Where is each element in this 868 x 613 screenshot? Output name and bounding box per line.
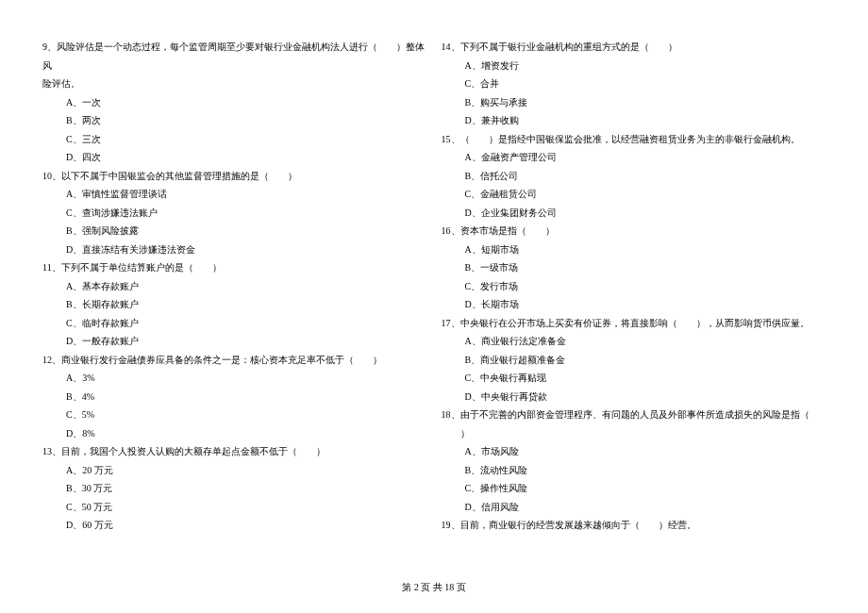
q18-option-b: B、流动性风险 (465, 461, 826, 480)
q18-text: 18、由于不完善的内部资金管理程序、有问题的人员及外部事件所造成损失的风险是指（… (442, 406, 826, 442)
question-17: 17、中央银行在公开市场上买卖有价证券，将直接影响（ ），从而影响货币供应量。 … (442, 314, 826, 406)
q12-option-c: C、5% (66, 406, 427, 424)
q10-post: ） (288, 171, 297, 181)
q16-options: A、短期市场 B、一级市场 C、发行市场 D、长期市场 (442, 240, 826, 314)
q19-post: ）经营。 (659, 520, 696, 530)
q10-option-d: D、直接冻结有关涉嫌违法资金 (66, 240, 427, 259)
q9-option-a: A、一次 (66, 93, 427, 112)
q12-text: 12、商业银行发行金融债券应具备的条件之一是：核心资本充足率不低于（ ） (42, 351, 427, 370)
q12-options: A、3% B、4% C、5% D、8% (42, 369, 427, 442)
q9-option-c: C、三次 (66, 130, 427, 149)
q14-text: 14、下列不属于银行业金融机构的重组方式的是（ ） (442, 38, 826, 57)
q15-option-d: D、企业集团财务公司 (465, 204, 826, 223)
q17-blank (677, 314, 696, 333)
question-11: 11、下列不属于单位结算账户的是（ ） A、基本存款账户 B、长期存款账户 C、… (42, 258, 427, 351)
q13-options: A、20 万元 B、30 万元 C、50 万元 D、60 万元 (42, 461, 427, 535)
q16-text: 16、资本市场是指（ ） (442, 222, 826, 240)
q13-text: 13、目前，我国个人投资人认购的大额存单起点金额不低于（ ） (42, 442, 427, 461)
q17-option-c: C、中央银行再贴现 (465, 369, 826, 388)
q12-post: ） (373, 355, 382, 365)
q16-option-c: C、发行市场 (465, 277, 826, 296)
question-16: 16、资本市场是指（ ） A、短期市场 B、一级市场 C、发行市场 D、长期市场 (442, 222, 826, 314)
q15-options: A、金融资产管理公司 B、信托公司 C、金融租赁公司 D、企业集团财务公司 (442, 148, 826, 222)
q18-blank (442, 424, 460, 443)
q16-option-b: B、一级市场 (465, 258, 826, 277)
question-18: 18、由于不完善的内部资金管理程序、有问题的人员及外部事件所造成损失的风险是指（… (442, 406, 826, 516)
left-column: 9、风险评估是一个动态过程，每个监管周期至少要对银行业金融机构法人进行（ ）整体… (42, 38, 427, 535)
question-15: 15、（ ）是指经中国银保监会批准，以经营融资租赁业务为主的非银行金融机构。 A… (442, 130, 826, 223)
q11-post: ） (212, 262, 222, 273)
q10-option-b: B、强制风险披露 (66, 222, 427, 240)
q12-option-d: D、8% (66, 424, 427, 443)
q10-blank (269, 167, 288, 186)
q10-text: 10、以下不属于中国银监会的其他监督管理措施的是（ ） (42, 167, 427, 186)
q13-pre: 13、目前，我国个人投资人认购的大额存单起点金额不低于（ (42, 446, 297, 456)
q15-option-a: A、金融资产管理公司 (465, 148, 826, 167)
q11-text: 11、下列不属于单位结算账户的是（ ） (42, 258, 427, 277)
q16-pre: 16、资本市场是指（ (442, 225, 526, 236)
q9-option-b: B、两次 (66, 111, 427, 130)
q9-blank (377, 38, 396, 57)
question-9: 9、风险评估是一个动态过程，每个监管周期至少要对银行业金融机构法人进行（ ）整体… (42, 38, 427, 167)
q16-option-a: A、短期市场 (465, 240, 826, 259)
question-14: 14、下列不属于银行业金融机构的重组方式的是（ ） A、增资发行 C、合并 B、… (442, 38, 826, 130)
question-12: 12、商业银行发行金融债券应具备的条件之一是：核心资本充足率不低于（ ） A、3… (42, 351, 427, 443)
q19-text: 19、目前，商业银行的经营发展越来越倾向于（ ）经营。 (442, 516, 826, 535)
right-column: 14、下列不属于银行业金融机构的重组方式的是（ ） A、增资发行 C、合并 B、… (442, 38, 826, 535)
q11-pre: 11、下列不属于单位结算账户的是（ (42, 262, 193, 273)
q18-option-d: D、信用风险 (465, 498, 826, 517)
q13-blank (297, 442, 316, 461)
q9-option-d: D、四次 (66, 148, 427, 167)
q11-blank (193, 258, 212, 277)
q9-line2: 险评估。 (42, 75, 427, 93)
q17-option-b: B、商业银行超额准备金 (465, 351, 826, 370)
q13-option-b: B、30 万元 (66, 479, 427, 498)
page-container: 9、风险评估是一个动态过程，每个监管周期至少要对银行业金融机构法人进行（ ）整体… (0, 0, 868, 563)
q15-option-c: C、金融租赁公司 (465, 185, 826, 204)
q14-option-d: D、兼并收购 (465, 111, 826, 130)
q15-blank (470, 130, 489, 149)
question-13: 13、目前，我国个人投资人认购的大额存单起点金额不低于（ ） A、20 万元 B… (42, 442, 427, 535)
question-19: 19、目前，商业银行的经营发展越来越倾向于（ ）经营。 (442, 516, 826, 535)
q15-text: 15、（ ）是指经中国银保监会批准，以经营融资租赁业务为主的非银行金融机构。 (442, 130, 826, 149)
q18-option-c: C、操作性风险 (465, 479, 826, 498)
q9-pre: 9、风险评估是一个动态过程，每个监管周期至少要对银行业金融机构法人进行（ (42, 41, 377, 52)
q11-options: A、基本存款账户 B、长期存款账户 C、临时存款账户 D、一般存款账户 (42, 277, 427, 351)
q10-pre: 10、以下不属于中国银监会的其他监督管理措施的是（ (42, 171, 269, 181)
q19-blank (640, 516, 659, 535)
q18-options: A、市场风险 B、流动性风险 C、操作性风险 D、信用风险 (442, 442, 826, 516)
q13-option-c: C、50 万元 (66, 498, 427, 517)
q14-options: A、增资发行 C、合并 B、购买与承接 D、兼并收购 (442, 57, 826, 130)
q14-option-c: C、合并 (465, 75, 826, 93)
q10-option-c: C、查询涉嫌违法账户 (66, 204, 427, 223)
q17-post: ），从而影响货币供应量。 (696, 318, 810, 328)
q17-options: A、商业银行法定准备金 B、商业银行超额准备金 C、中央银行再贴现 D、中央银行… (442, 332, 826, 406)
q14-option-a: A、增资发行 (465, 57, 826, 75)
q17-pre: 17、中央银行在公开市场上买卖有价证券，将直接影响（ (442, 318, 677, 328)
q11-option-b: B、长期存款账户 (66, 295, 427, 314)
q19-pre: 19、目前，商业银行的经营发展越来越倾向于（ (442, 520, 640, 530)
q12-blank (354, 351, 373, 370)
q14-post: ） (668, 41, 677, 52)
q17-option-a: A、商业银行法定准备金 (465, 332, 826, 351)
q12-option-b: B、4% (66, 388, 427, 406)
q10-options: A、审慎性监督管理谈话 C、查询涉嫌违法账户 B、强制风险披露 D、直接冻结有关… (42, 185, 427, 258)
q15-pre: 15、（ (442, 134, 470, 144)
q13-option-d: D、60 万元 (66, 516, 427, 535)
q11-option-a: A、基本存款账户 (66, 277, 427, 296)
question-text-line1: 9、风险评估是一个动态过程，每个监管周期至少要对银行业金融机构法人进行（ ）整体… (42, 38, 427, 75)
q14-option-b: B、购买与承接 (465, 93, 826, 112)
q16-option-d: D、长期市场 (465, 295, 826, 314)
q12-pre: 12、商业银行发行金融债券应具备的条件之一是：核心资本充足率不低于（ (42, 355, 354, 365)
question-10: 10、以下不属于中国银监会的其他监督管理措施的是（ ） A、审慎性监督管理谈话 … (42, 167, 427, 259)
q13-post: ） (316, 446, 326, 456)
q15-post: ）是指经中国银保监会批准，以经营融资租赁业务为主的非银行金融机构。 (489, 134, 800, 144)
page-footer: 第 2 页 共 18 页 (0, 581, 868, 594)
q17-text: 17、中央银行在公开市场上买卖有价证券，将直接影响（ ），从而影响货币供应量。 (442, 314, 826, 333)
q11-option-d: D、一般存款账户 (66, 332, 427, 351)
q11-option-c: C、临时存款账户 (66, 314, 427, 333)
q18-post: ） (460, 428, 470, 439)
q17-option-d: D、中央银行再贷款 (465, 388, 826, 406)
q10-option-a: A、审慎性监督管理谈话 (66, 185, 427, 204)
q18-option-a: A、市场风险 (465, 442, 826, 461)
